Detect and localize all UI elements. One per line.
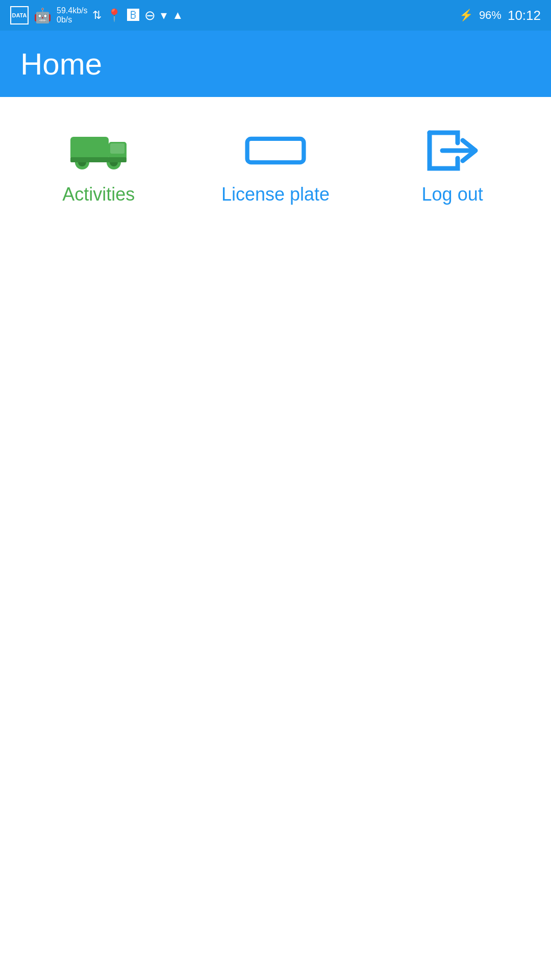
status-bar: DATA 🤖 59.4kb/s 0b/s ⇅ 📍 🅱 ⊖ ▾ ▲ ⚡ 96% 1… <box>0 0 551 31</box>
activities-label: Activities <box>62 184 135 205</box>
main-content: Activities License plate Log out <box>0 97 551 236</box>
status-left: DATA 🤖 59.4kb/s 0b/s ⇅ 📍 🅱 ⊖ ▾ ▲ <box>10 6 183 24</box>
data-arrows-icon: ⇅ <box>92 9 102 22</box>
svg-rect-7 <box>70 157 127 162</box>
logout-menu-item[interactable]: Log out <box>376 128 529 205</box>
svg-rect-0 <box>70 137 109 160</box>
signal-icon: ▲ <box>172 9 183 22</box>
location-icon: 📍 <box>107 8 122 22</box>
clock: 10:12 <box>508 8 541 23</box>
wifi-icon: ▾ <box>161 8 167 22</box>
license-plate-menu-item[interactable]: License plate <box>199 128 352 205</box>
svg-rect-2 <box>110 143 124 154</box>
logout-label: Log out <box>422 184 483 205</box>
activities-menu-item[interactable]: Activities <box>22 128 175 205</box>
network-speed: 59.4kb/s 0b/s <box>57 6 87 24</box>
license-plate-icon <box>245 128 306 174</box>
status-right: ⚡ 96% 10:12 <box>459 8 541 23</box>
robot-icon: 🤖 <box>34 7 52 24</box>
svg-rect-8 <box>247 139 304 162</box>
truck-icon <box>68 128 129 174</box>
battery-percent: 96% <box>479 9 502 22</box>
logout-icon <box>422 128 483 174</box>
data-icon: DATA <box>10 6 29 24</box>
bluetooth-icon: 🅱 <box>127 8 139 22</box>
app-bar: Home <box>0 31 551 97</box>
battery-charging-icon: ⚡ <box>459 9 473 22</box>
license-plate-label: License plate <box>221 184 330 205</box>
page-title: Home <box>20 46 102 82</box>
do-not-disturb-icon: ⊖ <box>144 8 156 23</box>
